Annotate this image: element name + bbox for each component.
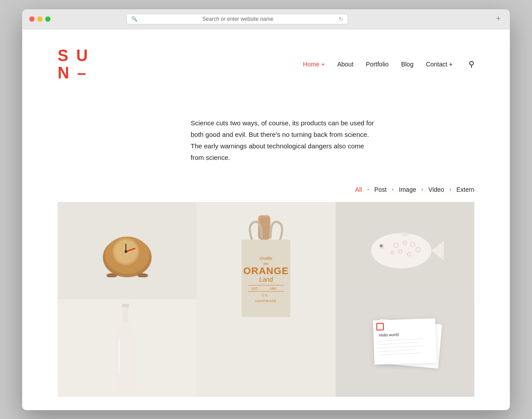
nav-link-portfolio[interactable]: Portfolio bbox=[366, 61, 388, 68]
grid-item-paper[interactable]: Hello world. bbox=[336, 299, 474, 397]
image-grid: Quality the ORANGE Land EST. 1982 CO. HA… bbox=[22, 202, 510, 397]
nav-link-blog[interactable]: Blog bbox=[401, 61, 414, 68]
navigation-bar: S U N – Home + About Portfolio Blog Cont… bbox=[22, 29, 510, 91]
svg-point-25 bbox=[380, 244, 383, 247]
minimize-button[interactable] bbox=[37, 16, 43, 22]
grid-item-fish[interactable] bbox=[336, 202, 474, 299]
svg-text:HANDMADE: HANDMADE bbox=[255, 299, 277, 303]
browser-dots bbox=[29, 16, 51, 22]
hero-section: Science cuts two ways, of course, its pr… bbox=[155, 91, 412, 177]
svg-text:CO.: CO. bbox=[262, 294, 270, 297]
fish-svg bbox=[365, 224, 445, 277]
tote-svg: Quality the ORANGE Land EST. 1982 CO. HA… bbox=[222, 215, 310, 384]
browser-window: 🔍 Search or enter website name ↻ + S U N… bbox=[22, 9, 510, 410]
filter-dot-3: ● bbox=[422, 188, 423, 191]
svg-text:Hello world.: Hello world. bbox=[379, 332, 400, 338]
address-bar[interactable]: 🔍 Search or enter website name ↻ bbox=[126, 14, 348, 24]
filter-dot-4: ● bbox=[450, 188, 451, 191]
svg-marker-23 bbox=[431, 241, 444, 260]
svg-text:Quality: Quality bbox=[260, 256, 273, 260]
filter-dot-2: ● bbox=[392, 188, 394, 191]
nav-link-home[interactable]: Home + bbox=[303, 61, 325, 68]
nav-link-contact[interactable]: Contact + bbox=[426, 61, 453, 68]
browser-toolbar: 🔍 Search or enter website name ↻ + bbox=[22, 9, 510, 29]
svg-rect-35 bbox=[118, 339, 120, 375]
grid-item-clock[interactable] bbox=[58, 202, 196, 299]
search-icon: 🔍 bbox=[131, 16, 137, 22]
filter-all[interactable]: All bbox=[355, 186, 362, 193]
new-tab-button[interactable]: + bbox=[494, 15, 503, 23]
paper-svg: Hello world. bbox=[360, 313, 449, 384]
filter-dot-1: ● bbox=[368, 188, 369, 191]
svg-point-6 bbox=[125, 250, 127, 253]
filter-image[interactable]: Image bbox=[399, 186, 416, 193]
search-icon[interactable]: ⚲ bbox=[469, 59, 474, 69]
bottle-svg bbox=[110, 304, 145, 392]
site-logo: S U N – bbox=[58, 47, 90, 82]
logo-line1: S U bbox=[58, 47, 90, 65]
website-content: S U N – Home + About Portfolio Blog Cont… bbox=[22, 29, 510, 410]
svg-text:Land: Land bbox=[259, 276, 273, 283]
clock-svg bbox=[98, 224, 156, 277]
filter-bar: All ● Post ● Image ● Video ● Extern bbox=[22, 177, 510, 202]
svg-point-22 bbox=[371, 233, 431, 268]
filter-extern[interactable]: Extern bbox=[457, 186, 474, 193]
svg-text:EST.: EST. bbox=[252, 287, 258, 290]
maximize-button[interactable] bbox=[45, 16, 51, 22]
nav-links: Home + About Portfolio Blog Contact + ⚲ bbox=[303, 59, 474, 69]
reload-icon[interactable]: ↻ bbox=[339, 16, 343, 22]
nav-link-about[interactable]: About bbox=[337, 61, 354, 68]
filter-post[interactable]: Post bbox=[374, 186, 387, 193]
address-text: Search or enter website name bbox=[140, 16, 336, 22]
close-button[interactable] bbox=[29, 16, 35, 22]
svg-text:1982: 1982 bbox=[270, 287, 277, 290]
logo-line2: N – bbox=[58, 64, 90, 82]
grid-item-tote[interactable]: Quality the ORANGE Land EST. 1982 CO. HA… bbox=[196, 202, 335, 397]
hero-text: Science cuts two ways, of course, its pr… bbox=[191, 117, 377, 164]
svg-rect-37 bbox=[373, 318, 437, 365]
svg-text:ORANGE: ORANGE bbox=[243, 265, 289, 276]
svg-rect-33 bbox=[122, 304, 129, 307]
filter-video[interactable]: Video bbox=[428, 186, 444, 193]
grid-item-bottle[interactable] bbox=[58, 299, 196, 397]
svg-rect-34 bbox=[123, 307, 128, 324]
